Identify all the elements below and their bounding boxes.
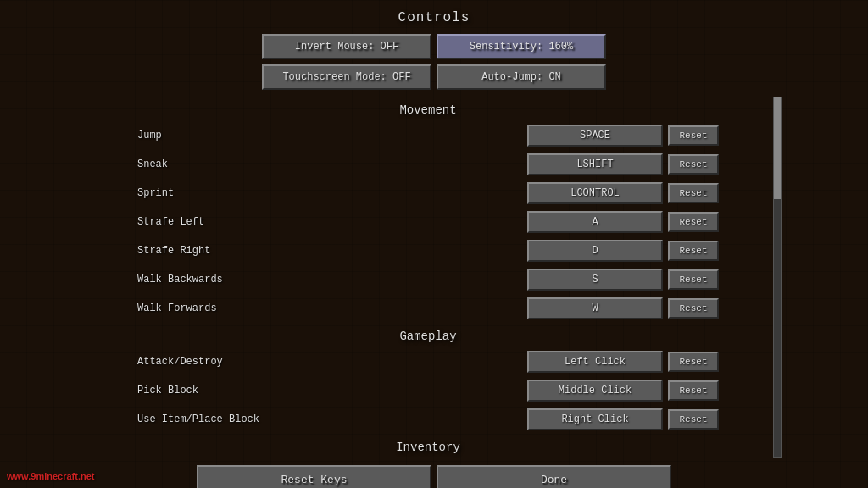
binding-sneak[interactable]: LSHIFT [527, 153, 663, 175]
table-row: Jump SPACE Reset [86, 121, 770, 150]
gameplay-controls: Attack/Destroy Left Click Reset Pick Blo… [86, 347, 770, 434]
reset-pick-block[interactable]: Reset [668, 380, 719, 401]
table-row: Sprint LCONTROL Reset [86, 179, 770, 208]
autojump-button[interactable]: Auto-Jump: ON [437, 64, 606, 90]
binding-sprint[interactable]: LCONTROL [527, 182, 663, 204]
page-title: Controls [398, 10, 470, 25]
control-label-pick-block: Pick Block [137, 385, 527, 396]
scrollable-content: Movement Jump SPACE Reset Sneak LSHIFT R… [86, 97, 770, 458]
control-label-strafe-right: Strafe Right [137, 245, 527, 257]
table-row: Walk Backwards S Reset [86, 265, 770, 294]
control-label-sprint: Sprint [137, 187, 527, 199]
main-container: Controls Invert Mouse: OFF Sensitivity: … [0, 0, 868, 488]
reset-walk-forwards[interactable]: Reset [668, 298, 719, 319]
button-row-1: Invert Mouse: OFF Sensitivity: 160% [197, 34, 671, 59]
table-row: Use Item/Place Block Right Click Reset [86, 405, 770, 434]
reset-strafe-right[interactable]: Reset [668, 241, 719, 261]
section-header-inventory: Inventory [86, 434, 770, 458]
bottom-buttons: Reset Keys Done [197, 465, 671, 488]
touchscreen-button[interactable]: Touchscreen Mode: OFF [262, 64, 431, 90]
reset-sneak[interactable]: Reset [668, 154, 719, 175]
binding-strafe-left[interactable]: A [527, 211, 663, 233]
button-row-2: Touchscreen Mode: OFF Auto-Jump: ON [197, 64, 671, 90]
reset-attack[interactable]: Reset [668, 352, 719, 372]
binding-use-item[interactable]: Right Click [527, 408, 663, 430]
reset-jump[interactable]: Reset [668, 125, 719, 146]
table-row: Strafe Left A Reset [86, 208, 770, 236]
section-header-gameplay: Gameplay [86, 323, 770, 347]
binding-strafe-right[interactable]: D [527, 240, 663, 262]
table-row: Pick Block Middle Click Reset [86, 376, 770, 405]
reset-walk-backwards[interactable]: Reset [668, 269, 719, 290]
control-label-walk-backwards: Walk Backwards [137, 274, 527, 286]
binding-attack[interactable]: Left Click [527, 351, 663, 373]
control-label-strafe-left: Strafe Left [137, 216, 527, 228]
binding-walk-backwards[interactable]: S [527, 269, 663, 291]
reset-strafe-left[interactable]: Reset [668, 212, 719, 232]
invert-mouse-button[interactable]: Invert Mouse: OFF [262, 34, 431, 59]
control-label-walk-forwards: Walk Forwards [137, 302, 527, 314]
top-buttons: Invert Mouse: OFF Sensitivity: 160% Touc… [197, 34, 671, 90]
control-label-jump: Jump [137, 130, 527, 141]
scrollbar-thumb [774, 97, 781, 199]
binding-pick-block[interactable]: Middle Click [527, 380, 663, 402]
table-row: Walk Forwards W Reset [86, 294, 770, 323]
binding-jump[interactable]: SPACE [527, 125, 663, 147]
scrollbar[interactable] [773, 97, 782, 458]
reset-use-item[interactable]: Reset [668, 409, 719, 430]
reset-keys-button[interactable]: Reset Keys [197, 465, 431, 488]
table-row: Attack/Destroy Left Click Reset [86, 347, 770, 376]
sensitivity-button[interactable]: Sensitivity: 160% [437, 34, 606, 59]
watermark: www.9minecraft.net [7, 471, 95, 481]
reset-sprint[interactable]: Reset [668, 183, 719, 203]
done-button[interactable]: Done [437, 465, 671, 488]
control-label-use-item: Use Item/Place Block [137, 413, 527, 425]
binding-walk-forwards[interactable]: W [527, 297, 663, 319]
content-area: Movement Jump SPACE Reset Sneak LSHIFT R… [86, 97, 782, 458]
table-row: Strafe Right D Reset [86, 236, 770, 265]
movement-controls: Jump SPACE Reset Sneak LSHIFT Reset Spri… [86, 121, 770, 323]
control-label-attack: Attack/Destroy [137, 356, 527, 368]
table-row: Sneak LSHIFT Reset [86, 150, 770, 179]
section-header-movement: Movement [86, 97, 770, 121]
control-label-sneak: Sneak [137, 158, 527, 170]
